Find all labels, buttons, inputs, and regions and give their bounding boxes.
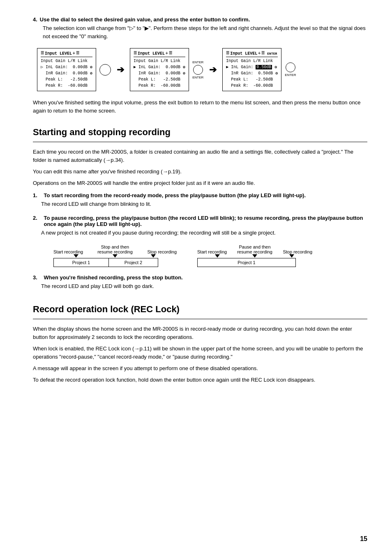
section2-para2: When lock is enabled, the REC Lock icon …	[33, 345, 367, 361]
lcd-line1-3: Input Gain L/R Link	[226, 58, 278, 64]
steps-list: 1. To start recording from the record-re…	[33, 192, 367, 290]
lcd-line2-2: ▶ InL Gain: 0.00dB ✿	[134, 64, 185, 70]
section1-intro3: Operations on the MR-2000S will handle t…	[33, 179, 367, 187]
lcd-line1-2: Input Gain L/R Link	[134, 58, 185, 64]
knob-circle-2	[193, 65, 203, 75]
page-number: 15	[360, 535, 367, 543]
diag-right-project1: Project 1	[197, 258, 296, 267]
section2-heading: Record operation lock (REC Lock)	[33, 304, 367, 315]
lcd-line4-1: Peak L: -2.50dB	[41, 76, 92, 83]
section2-divider	[33, 319, 367, 319]
lcd-title-2: ☰ Input LEVEL ⚘ ☰	[134, 51, 185, 57]
step-3: 3. When you're finished recording, press…	[33, 274, 367, 290]
lcd-line2-1: ▷ InL Gain: 0.00dB ✿	[41, 64, 92, 70]
diag-right-stop-arrow	[289, 254, 294, 258]
step-1-number: 1.	[33, 192, 37, 198]
diag-right-pause-resume-label: Pause and then resume recording	[234, 244, 275, 254]
step-4: 4. Use the dial to select the desired ga…	[33, 16, 367, 41]
section2-para3: A message will appear in the screen if y…	[33, 364, 367, 373]
diag-left-start-arrow	[74, 254, 78, 258]
enter-label-top-2: ENTER	[192, 60, 203, 64]
step-2-desc: A new project is not created if you paus…	[41, 229, 367, 237]
diag-left-stop-resume-label: Stop and then resume recording	[95, 244, 136, 254]
lcd-line3-2: InR Gain: 0.00dB ✿	[134, 70, 185, 76]
lcd-title-3: ☰ Input LEVEL ⚘ ☰ ENTER	[226, 51, 278, 57]
lcd-line2-3: ▶ InL Gain: 0.50dB ✿	[226, 64, 278, 70]
diag-left-project1: Project 1	[53, 258, 109, 267]
section1-intro2: You can edit this name after you've fini…	[33, 168, 367, 176]
step-3-desc: The record LED and play LED will both go…	[41, 282, 367, 290]
step-1-desc: The record LED will change from blinking…	[41, 200, 367, 208]
diag-left-resume-arrow	[113, 254, 118, 258]
lcd-diagrams: ☰ Input LEVEL ⚘ ☰ Input Gain L/R Link ▷ …	[37, 48, 367, 91]
step-2-bold: To pause recording, press the play/pause…	[44, 215, 367, 227]
diag-left-boxes: Project 1 Project 2	[53, 258, 177, 267]
arrow-1: ➔	[117, 65, 124, 74]
diag-right-stop-label: Stop recording	[275, 249, 312, 254]
section1-divider	[33, 142, 367, 142]
lcd-screen-3: ☰ Input LEVEL ⚘ ☰ ENTER Input Gain L/R L…	[222, 48, 281, 91]
diag-left-project2: Project 2	[109, 258, 158, 267]
enter-btn-area-3: ENTER	[285, 62, 296, 77]
step-1-label: 1. To start recording from the record-re…	[33, 192, 367, 198]
return-text: When you've finished setting the input v…	[33, 99, 367, 115]
step-3-bold: When you're finished recording, press th…	[44, 274, 182, 281]
enter-btn-area-2: ENTER ENTER	[192, 60, 203, 79]
step-4-number: 4.	[33, 16, 37, 23]
knob-circle-1	[99, 64, 111, 76]
step-3-number: 3.	[33, 274, 37, 281]
diag-right-start-arrow	[215, 254, 220, 258]
enter-label-3: ENTER	[285, 73, 296, 77]
lcd-line5-3: Peak R: -60.00dB	[226, 83, 278, 89]
diagram-left: Start recording Stop and then resume rec…	[53, 244, 177, 267]
diag-right-start-label: Start recording	[197, 249, 234, 254]
recording-diagrams: Start recording Stop and then resume rec…	[41, 244, 367, 267]
diag-left-stop-arrow	[151, 254, 156, 258]
lcd-line3-3: InR Gain: 0.50dB ✿	[226, 70, 278, 76]
diagram-right: Start recording Pause and then resume re…	[197, 244, 312, 267]
lcd-title-1: ☰ Input LEVEL ⚘ ☰	[41, 51, 92, 57]
step-1: 1. To start recording from the record-re…	[33, 192, 367, 208]
lcd-line1-1: Input Gain L/R Link	[41, 58, 92, 64]
step-3-label: 3. When you're finished recording, press…	[33, 274, 367, 281]
lcd-unit-1: ☰ Input LEVEL ⚘ ☰ Input Gain L/R Link ▷ …	[37, 48, 111, 91]
step-2: 2. To pause recording, press the play/pa…	[33, 215, 367, 237]
lcd-screen-2: ☰ Input LEVEL ⚘ ☰ Input Gain L/R Link ▶ …	[130, 48, 189, 91]
section2-para1: When the display shows the home screen a…	[33, 325, 367, 341]
lcd-unit-3: ☰ Input LEVEL ⚘ ☰ ENTER Input Gain L/R L…	[222, 48, 296, 91]
enter-label-bottom-2: ENTER	[192, 76, 203, 79]
step-2-number: 2.	[33, 215, 37, 227]
step-1-bold: To start recording from the record-ready…	[44, 192, 306, 198]
step-2-label: 2. To pause recording, press the play/pa…	[33, 215, 367, 227]
section1-intro1: Each time you record on the MR-2000S, a …	[33, 148, 367, 164]
lcd-line5-2: Peak R: -60.00dB	[134, 83, 185, 89]
step-4-label: 4. Use the dial to select the desired ga…	[33, 16, 367, 23]
diag-left-stop-label: Stop recording	[136, 249, 177, 254]
lcd-line4-3: Peak L: -2.50dB	[226, 76, 278, 83]
section2-para4: To defeat the record operation lock func…	[33, 376, 367, 384]
diag-right-boxes: Project 1	[197, 258, 312, 267]
section1-heading: Starting and stopping recording	[33, 127, 367, 138]
knob-1	[99, 64, 111, 76]
lcd-line4-2: Peak L: -2.50dB	[134, 76, 185, 83]
lcd-screen-1: ☰ Input LEVEL ⚘ ☰ Input Gain L/R Link ▷ …	[37, 48, 96, 91]
step-4-desc: The selection icon will change from "▷" …	[43, 24, 367, 41]
step-4-bold: Use the dial to select the desired gain …	[40, 16, 250, 23]
diag-left-start-label: Start recording	[53, 249, 95, 254]
arrow-2: ➔	[209, 65, 217, 74]
knob-circle-3	[286, 62, 295, 72]
lcd-line5-1: Peak R: -60.00dB	[41, 83, 92, 89]
diag-right-resume-arrow	[252, 254, 257, 258]
lcd-line3-1: InR Gain: 0.00dB ✿	[41, 70, 92, 76]
lcd-unit-2: ☰ Input LEVEL ⚘ ☰ Input Gain L/R Link ▶ …	[130, 48, 203, 91]
